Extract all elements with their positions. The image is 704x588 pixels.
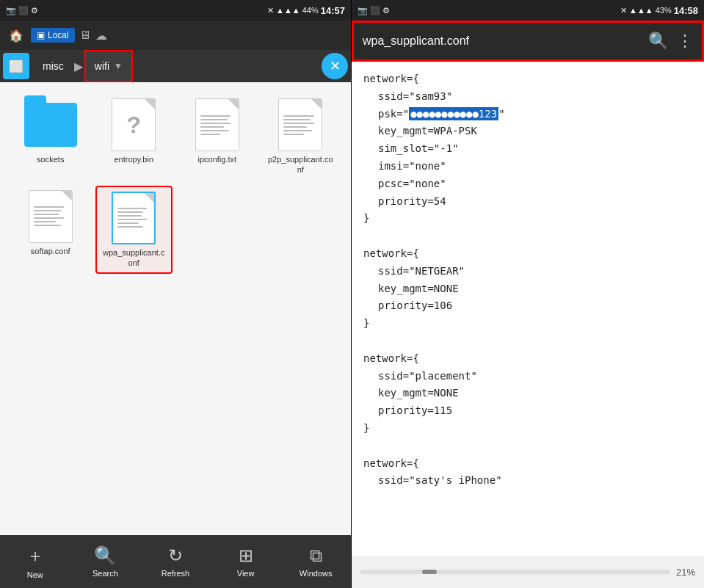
- breadcrumb-wifi[interactable]: wifi ▼: [84, 50, 133, 82]
- file-manager-toolbar: 🏠 ▣ Local 🖥 ☁: [0, 21, 351, 50]
- scroll-bar-area: 21%: [352, 556, 704, 588]
- content-line: pcsc="none": [363, 175, 692, 193]
- file-name: sockets: [37, 154, 64, 164]
- view-label: View: [237, 569, 255, 578]
- wifi-off-icon-r: ✕: [620, 6, 627, 15]
- list-item[interactable]: softap.conf: [12, 186, 90, 275]
- list-item[interactable]: sockets: [12, 94, 90, 180]
- battery-right: 43%: [656, 6, 672, 15]
- left-status-left-icons: 📷 ⬛ ⚙: [6, 6, 38, 15]
- content-line: key_mgmt=WPA-PSK: [363, 123, 692, 140]
- cog-icon: ⚙: [31, 6, 38, 15]
- globe-search-icon[interactable]: 🔍: [648, 32, 668, 51]
- conf-file-icon2: [24, 190, 77, 243]
- refresh-button[interactable]: ↻ Refresh: [146, 545, 205, 578]
- local-label: Local: [48, 30, 69, 40]
- right-panel: wpa_supplicant.conf 🔍 ⋮ network={ ssid="…: [352, 21, 704, 588]
- file-name: entropy.bin: [114, 154, 153, 164]
- psk-highlight[interactable]: ●●●●●●●●●●●123: [409, 107, 498, 120]
- tablet-nav-icon[interactable]: ⬜: [3, 53, 29, 79]
- tablet-icon: ▣: [37, 30, 45, 40]
- unknown-file-icon: ?: [107, 98, 160, 151]
- content-line: }: [363, 422, 369, 434]
- file-name: wpa_supplicant.conf: [101, 247, 167, 269]
- view-button[interactable]: ⊞ View: [217, 545, 275, 578]
- wifi-off-icon: ✕: [267, 6, 274, 15]
- right-status-left-icons: 📷 ⬛ ⚙: [358, 6, 390, 15]
- close-button[interactable]: ✕: [322, 53, 348, 79]
- left-panel: 🏠 ▣ Local 🖥 ☁ ⬜ misc ▶ wifi ▼ ✕: [0, 21, 352, 588]
- file-name: softap.conf: [31, 246, 70, 256]
- refresh-icon: ↻: [168, 545, 183, 566]
- local-tab[interactable]: ▣ Local: [31, 28, 75, 43]
- windows-button[interactable]: ⧉ Windows: [286, 545, 345, 578]
- breadcrumb-arrow: ▶: [73, 59, 84, 73]
- content-line: }: [363, 317, 369, 329]
- left-clock: 14:57: [321, 5, 345, 16]
- list-item[interactable]: ipconfig.txt: [178, 94, 256, 180]
- content-line: imsi="none": [363, 158, 692, 175]
- content-line: ssid="NETGEAR": [363, 263, 692, 280]
- search-button[interactable]: 🔍 Search: [76, 545, 134, 578]
- signal-icon: ▲▲▲: [276, 6, 300, 15]
- file-grid: sockets ? entropy.bin: [0, 82, 351, 535]
- scroll-percent: 21%: [676, 567, 695, 578]
- left-status-bar: 📷 ⬛ ⚙ ✕ ▲▲▲ 44% 14:57: [0, 0, 352, 21]
- file-content-view: network={ ssid="sam93" psk="●●●●●●●●●●●1…: [352, 62, 704, 556]
- bottom-toolbar: ＋ New 🔍 Search ↻ Refresh ⊞ View ⧉ Window…: [0, 535, 351, 588]
- content-line: sim_slot="-1": [363, 140, 692, 158]
- cog-icon-r: ⚙: [382, 6, 390, 15]
- breadcrumb: ⬜ misc ▶ wifi ▼ ✕: [0, 50, 351, 82]
- content-line: network={: [363, 247, 419, 259]
- content-line: network={: [363, 352, 419, 364]
- dropdown-arrow-icon: ▼: [114, 61, 123, 71]
- left-status-right-icons: ✕ ▲▲▲ 44% 14:57: [267, 5, 345, 16]
- monitor-icon: 🖥: [79, 29, 91, 43]
- home-icon[interactable]: 🏠: [6, 25, 26, 46]
- file-name: p2p_supplicant.conf: [266, 154, 335, 175]
- screen-icon-r: ⬛: [370, 6, 380, 15]
- folder-icon: [24, 98, 77, 151]
- grid-icon: ⊞: [239, 545, 253, 566]
- breadcrumb-misc[interactable]: misc: [34, 50, 73, 82]
- scrollbar-track[interactable]: [360, 570, 670, 574]
- list-item[interactable]: p2p_supplicant.conf: [262, 94, 340, 180]
- content-line: psk="●●●●●●●●●●●123": [363, 106, 692, 123]
- camera-icon: 📷: [6, 6, 16, 15]
- right-status-right-icons: ✕ ▲▲▲ 43% 14:58: [620, 5, 698, 16]
- content-line: }: [363, 212, 369, 224]
- search-label: Search: [92, 569, 118, 578]
- more-options-icon[interactable]: ⋮: [677, 32, 693, 51]
- content-line: ssid="placement": [363, 368, 692, 385]
- content-line: priority=115: [363, 402, 692, 420]
- right-clock: 14:58: [674, 5, 698, 16]
- viewer-toolbar-icons: 🔍 ⋮: [648, 32, 693, 51]
- list-item[interactable]: ? entropy.bin: [95, 94, 173, 180]
- file-viewer-title: wpa_supplicant.conf: [363, 35, 642, 48]
- windows-icon: ⧉: [310, 545, 322, 566]
- content-line: priority=106: [363, 297, 692, 315]
- content-line: key_mgmt=NONE: [363, 280, 692, 298]
- content-line: network={: [363, 457, 419, 469]
- content-line: ssid="sam93": [363, 88, 692, 106]
- file-viewer-header: wpa_supplicant.conf 🔍 ⋮: [352, 21, 704, 62]
- windows-label: Windows: [300, 569, 333, 578]
- camera-icon-r: 📷: [358, 6, 368, 15]
- content-line: network={: [363, 73, 419, 84]
- conf-file-icon: [274, 98, 327, 151]
- new-label: New: [27, 570, 43, 579]
- file-name: ipconfig.txt: [197, 154, 236, 164]
- right-status-bar: 📷 ⬛ ⚙ ✕ ▲▲▲ 43% 14:58: [352, 0, 704, 21]
- new-button[interactable]: ＋ New: [6, 544, 65, 579]
- plus-icon: ＋: [26, 544, 44, 567]
- screen-icon: ⬛: [18, 6, 29, 15]
- search-icon: 🔍: [94, 545, 116, 566]
- content-line: priority=54: [363, 193, 692, 211]
- list-item[interactable]: wpa_supplicant.conf: [95, 186, 173, 275]
- content-line: key_mgmt=NONE: [363, 385, 692, 402]
- battery-left: 44%: [302, 6, 319, 15]
- scrollbar-thumb[interactable]: [422, 570, 437, 574]
- refresh-label: Refresh: [162, 569, 190, 578]
- text-file-icon: [191, 98, 244, 151]
- cloud-icon: ☁: [95, 29, 107, 43]
